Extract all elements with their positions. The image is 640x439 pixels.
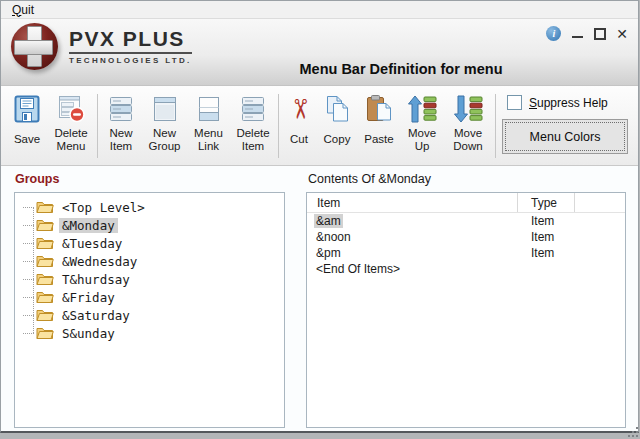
- app-window: Quit PVX PLUS TECHNOLOGIES LTD. Menu Bar…: [0, 0, 639, 433]
- move-down-label: Move Down: [443, 126, 493, 153]
- tree-connector: [23, 297, 34, 298]
- delete-menu-icon: [55, 93, 87, 125]
- copy-label: Copy: [317, 126, 357, 153]
- delete-item-icon: [237, 93, 269, 125]
- menu-colors-button[interactable]: Menu Colors: [502, 119, 628, 154]
- folder-icon: [36, 326, 54, 340]
- list-row-noon[interactable]: &noon Item: [307, 229, 625, 245]
- paste-button[interactable]: Paste: [357, 93, 401, 153]
- list-row-am[interactable]: &am Item: [307, 213, 625, 229]
- new-group-icon: [149, 93, 181, 125]
- menu-link-icon: [193, 93, 225, 125]
- move-up-button[interactable]: Move Up: [401, 93, 443, 153]
- suppress-help-checkbox[interactable]: [507, 95, 522, 110]
- copy-icon: [321, 93, 353, 125]
- list-row-pm[interactable]: &pm Item: [307, 245, 625, 261]
- list-header: Item Type: [307, 193, 625, 213]
- folder-icon: [36, 272, 54, 286]
- info-icon[interactable]: [546, 26, 561, 41]
- move-down-icon: [452, 93, 484, 125]
- tree-item-wednesday[interactable]: &Wednesday: [15, 252, 284, 270]
- cut-button[interactable]: Cut: [281, 93, 317, 153]
- pvx-plus-logo: PVX PLUS TECHNOLOGIES LTD.: [11, 23, 192, 70]
- tree-connector: [23, 207, 34, 208]
- save-label: Save: [7, 126, 47, 153]
- list-row-end-of-items[interactable]: <End Of Items>: [307, 261, 625, 277]
- header: PVX PLUS TECHNOLOGIES LTD. Menu Bar Defi…: [1, 19, 638, 86]
- tree-connector: [23, 243, 34, 244]
- tree-item-top-level[interactable]: <Top Level>: [15, 198, 284, 216]
- tree-connector: [23, 261, 34, 262]
- menu-bar: Quit: [1, 1, 638, 19]
- contents-list-panel: Item Type &am Item &noon Item &pm Item <…: [306, 192, 626, 428]
- folder-icon: [36, 218, 54, 232]
- folder-icon: [36, 290, 54, 304]
- logo-line2: TECHNOLOGIES LTD.: [69, 56, 192, 65]
- cut-label: Cut: [281, 126, 317, 153]
- main-content: Groups Contents Of &Monday <Top Level> &…: [1, 166, 638, 429]
- logo-line1: PVX PLUS: [69, 28, 192, 53]
- new-item-button[interactable]: New Item: [100, 93, 142, 153]
- window-controls: [546, 26, 628, 41]
- resize-grip-icon[interactable]: [627, 426, 638, 437]
- toolbar-right-section: Suppress Help Menu Colors: [502, 93, 632, 154]
- folder-icon: [36, 200, 54, 214]
- column-header-item[interactable]: Item: [307, 193, 518, 212]
- tree-connector: [23, 225, 34, 226]
- close-icon[interactable]: [616, 27, 628, 41]
- toolbar-separator: [495, 94, 496, 158]
- paste-label: Paste: [357, 126, 401, 153]
- globe-cross-icon: [11, 23, 58, 70]
- new-item-icon: [105, 93, 137, 125]
- toolbar-separator: [97, 94, 98, 158]
- suppress-help-option[interactable]: Suppress Help: [507, 95, 632, 110]
- save-button[interactable]: Save: [7, 93, 47, 153]
- toolbar-separator: [278, 94, 279, 158]
- tree-connector: [23, 333, 34, 334]
- delete-menu-label: Delete Menu: [47, 126, 95, 153]
- tree-item-tuesday[interactable]: &Tuesday: [15, 234, 284, 252]
- column-header-type[interactable]: Type: [518, 193, 575, 212]
- page-title: Menu Bar Definition for menu: [300, 61, 503, 77]
- tree-item-sunday[interactable]: S&unday: [15, 324, 284, 342]
- copy-button[interactable]: Copy: [317, 93, 357, 153]
- move-up-icon: [406, 93, 438, 125]
- contents-title: Contents Of &Monday: [308, 172, 431, 186]
- menu-link-button[interactable]: Menu Link: [187, 93, 230, 153]
- tree-item-thursday[interactable]: T&hurdsay: [15, 270, 284, 288]
- scissors-icon: [283, 93, 315, 125]
- groups-tree-panel: <Top Level> &Monday &Tuesday &Wednesday: [14, 192, 285, 428]
- delete-menu-button[interactable]: Delete Menu: [47, 93, 95, 153]
- new-item-label: New Item: [100, 126, 142, 153]
- minimize-icon[interactable]: [571, 27, 584, 40]
- paste-icon: [363, 93, 395, 125]
- groups-title: Groups: [15, 172, 59, 186]
- folder-icon: [36, 236, 54, 250]
- tree-item-saturday[interactable]: &Saturday: [15, 306, 284, 324]
- new-group-button[interactable]: New Group: [142, 93, 187, 153]
- logo-text: PVX PLUS TECHNOLOGIES LTD.: [69, 28, 192, 64]
- delete-item-button[interactable]: Delete Item: [230, 93, 276, 153]
- tree-connector: [23, 279, 34, 280]
- move-up-label: Move Up: [401, 126, 443, 153]
- tree-connector: [23, 315, 34, 316]
- tree-item-friday[interactable]: &Friday: [15, 288, 284, 306]
- maximize-icon[interactable]: [594, 28, 606, 40]
- menu-quit[interactable]: Quit: [8, 3, 38, 17]
- suppress-help-label: Suppress Help: [529, 96, 608, 110]
- new-group-label: New Group: [142, 126, 187, 153]
- folder-icon: [36, 308, 54, 322]
- toolbar: Save Delete Menu New Item: [1, 86, 638, 166]
- tree-item-monday[interactable]: &Monday: [15, 216, 284, 234]
- delete-item-label: Delete Item: [230, 126, 276, 153]
- move-down-button[interactable]: Move Down: [443, 93, 493, 153]
- folder-icon: [36, 254, 54, 268]
- menu-link-label: Menu Link: [187, 126, 230, 153]
- floppy-disk-icon: [11, 93, 43, 125]
